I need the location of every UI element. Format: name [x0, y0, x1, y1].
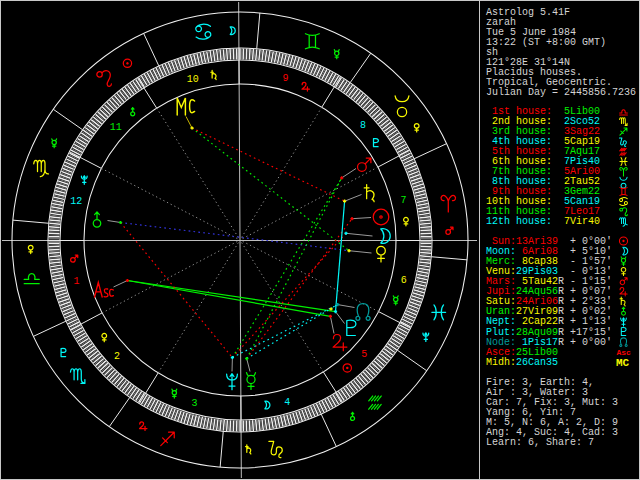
svg-text:Julian Day = 2445856.7236: Julian Day = 2445856.7236 [486, 87, 636, 98]
svg-text:4: 4 [284, 397, 290, 408]
svg-text:MC: MC [616, 357, 630, 369]
svg-text:R: R [558, 337, 564, 348]
svg-text:26Can35: 26Can35 [516, 357, 558, 368]
svg-text:Learn: 6, Share: 7: Learn: 6, Share: 7 [486, 437, 594, 448]
svg-text:5: 5 [361, 349, 367, 360]
svg-text:12: 12 [70, 196, 82, 207]
svg-text:Asc: Asc [617, 348, 632, 357]
svg-text:2: 2 [114, 351, 120, 362]
svg-text:7Vir40: 7Vir40 [564, 216, 600, 227]
svg-text:8: 8 [360, 120, 366, 131]
svg-text:13:22 (ST +8:00 GMT): 13:22 (ST +8:00 GMT) [486, 37, 606, 48]
svg-text:Midh:: Midh: [486, 357, 516, 368]
svg-text:+ 0°00': + 0°00' [570, 337, 612, 348]
svg-text:11: 11 [110, 122, 122, 133]
svg-text:10: 10 [187, 74, 199, 85]
svg-text:12th house:: 12th house: [486, 216, 552, 227]
svg-text:6: 6 [401, 275, 407, 286]
svg-text:7: 7 [401, 195, 407, 206]
svg-text:1: 1 [73, 276, 79, 287]
svg-text:3: 3 [192, 398, 198, 409]
svg-text:9: 9 [282, 73, 288, 84]
